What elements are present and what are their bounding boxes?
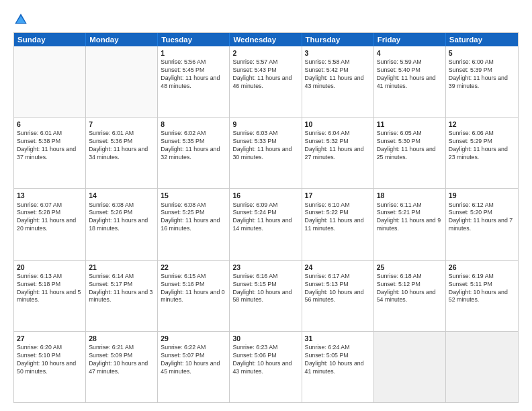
- cell-daylight-info: Sunrise: 6:06 AM Sunset: 5:29 PM Dayligh…: [449, 130, 515, 162]
- calendar-page: SundayMondayTuesdayWednesdayThursdayFrid…: [0, 0, 532, 411]
- weekday-header-wednesday: Wednesday: [230, 33, 302, 46]
- day-number: 9: [232, 120, 298, 129]
- cell-daylight-info: Sunrise: 6:03 AM Sunset: 5:33 PM Dayligh…: [232, 130, 298, 162]
- calendar-cell: 21Sunrise: 6:14 AM Sunset: 5:17 PM Dayli…: [86, 261, 158, 331]
- day-number: 29: [161, 334, 226, 343]
- day-number: 16: [232, 191, 298, 200]
- cell-daylight-info: Sunrise: 6:00 AM Sunset: 5:39 PM Dayligh…: [449, 58, 515, 91]
- calendar-body: 1Sunrise: 5:56 AM Sunset: 5:45 PM Daylig…: [14, 46, 518, 402]
- day-number: 22: [161, 263, 226, 272]
- calendar-cell: 30Sunrise: 6:23 AM Sunset: 5:06 PM Dayli…: [230, 332, 302, 402]
- calendar-cell: 14Sunrise: 6:08 AM Sunset: 5:26 PM Dayli…: [86, 189, 158, 259]
- weekday-header-sunday: Sunday: [14, 33, 86, 46]
- day-number: 23: [232, 263, 298, 272]
- calendar-cell: 6Sunrise: 6:01 AM Sunset: 5:38 PM Daylig…: [14, 118, 86, 188]
- cell-daylight-info: Sunrise: 5:58 AM Sunset: 5:42 PM Dayligh…: [305, 58, 371, 91]
- cell-daylight-info: Sunrise: 6:18 AM Sunset: 5:12 PM Dayligh…: [377, 273, 443, 305]
- calendar-cell: 9Sunrise: 6:03 AM Sunset: 5:33 PM Daylig…: [230, 118, 302, 188]
- day-number: 25: [377, 263, 443, 272]
- calendar-cell: 19Sunrise: 6:12 AM Sunset: 5:20 PM Dayli…: [446, 189, 518, 259]
- calendar-cell: 1Sunrise: 5:56 AM Sunset: 5:45 PM Daylig…: [158, 46, 230, 117]
- cell-daylight-info: Sunrise: 6:01 AM Sunset: 5:38 PM Dayligh…: [17, 130, 83, 162]
- calendar-cell: 3Sunrise: 5:58 AM Sunset: 5:42 PM Daylig…: [302, 46, 374, 117]
- day-number: 13: [17, 191, 83, 200]
- calendar-cell: 23Sunrise: 6:16 AM Sunset: 5:15 PM Dayli…: [230, 261, 302, 331]
- logo: [13, 12, 31, 27]
- day-number: 4: [377, 48, 443, 58]
- logo-icon: [13, 12, 28, 27]
- cell-daylight-info: Sunrise: 5:56 AM Sunset: 5:45 PM Dayligh…: [161, 58, 226, 91]
- cell-daylight-info: Sunrise: 6:01 AM Sunset: 5:36 PM Dayligh…: [89, 130, 154, 162]
- day-number: 7: [89, 120, 154, 129]
- day-number: 14: [89, 191, 154, 200]
- day-number: 8: [161, 120, 226, 129]
- weekday-header-monday: Monday: [86, 33, 158, 46]
- day-number: 24: [305, 263, 371, 272]
- cell-daylight-info: Sunrise: 6:19 AM Sunset: 5:11 PM Dayligh…: [449, 273, 515, 305]
- calendar-cell: [374, 332, 446, 402]
- calendar-cell: 10Sunrise: 6:04 AM Sunset: 5:32 PM Dayli…: [302, 118, 374, 188]
- cell-daylight-info: Sunrise: 6:10 AM Sunset: 5:22 PM Dayligh…: [305, 201, 371, 234]
- cell-daylight-info: Sunrise: 6:14 AM Sunset: 5:17 PM Dayligh…: [89, 273, 154, 305]
- cell-daylight-info: Sunrise: 6:08 AM Sunset: 5:25 PM Dayligh…: [161, 201, 226, 234]
- cell-daylight-info: Sunrise: 6:21 AM Sunset: 5:09 PM Dayligh…: [89, 344, 154, 376]
- day-number: 19: [449, 191, 515, 200]
- weekday-header-thursday: Thursday: [302, 33, 374, 46]
- day-number: 30: [232, 334, 298, 343]
- day-number: 5: [449, 48, 515, 58]
- calendar-cell: 29Sunrise: 6:22 AM Sunset: 5:07 PM Dayli…: [158, 332, 230, 402]
- calendar-cell: 13Sunrise: 6:07 AM Sunset: 5:28 PM Dayli…: [14, 189, 86, 259]
- cell-daylight-info: Sunrise: 6:17 AM Sunset: 5:13 PM Dayligh…: [305, 273, 371, 305]
- calendar-cell: 11Sunrise: 6:05 AM Sunset: 5:30 PM Dayli…: [374, 118, 446, 188]
- day-number: 3: [305, 48, 371, 58]
- calendar-cell: 28Sunrise: 6:21 AM Sunset: 5:09 PM Dayli…: [86, 332, 158, 402]
- calendar-cell: 12Sunrise: 6:06 AM Sunset: 5:29 PM Dayli…: [446, 118, 518, 188]
- cell-daylight-info: Sunrise: 6:13 AM Sunset: 5:18 PM Dayligh…: [17, 273, 83, 305]
- cell-daylight-info: Sunrise: 6:08 AM Sunset: 5:26 PM Dayligh…: [89, 201, 154, 234]
- day-number: 15: [161, 191, 226, 200]
- cell-daylight-info: Sunrise: 6:09 AM Sunset: 5:24 PM Dayligh…: [232, 201, 298, 234]
- calendar-cell: 8Sunrise: 6:02 AM Sunset: 5:35 PM Daylig…: [158, 118, 230, 188]
- calendar-cell: 7Sunrise: 6:01 AM Sunset: 5:36 PM Daylig…: [86, 118, 158, 188]
- calendar-cell: 25Sunrise: 6:18 AM Sunset: 5:12 PM Dayli…: [374, 261, 446, 331]
- calendar-cell: 20Sunrise: 6:13 AM Sunset: 5:18 PM Dayli…: [14, 261, 86, 331]
- weekday-header-tuesday: Tuesday: [158, 33, 230, 46]
- day-number: 2: [232, 48, 298, 58]
- calendar-row-2: 6Sunrise: 6:01 AM Sunset: 5:38 PM Daylig…: [14, 117, 518, 188]
- calendar-cell: 31Sunrise: 6:24 AM Sunset: 5:05 PM Dayli…: [302, 332, 374, 402]
- cell-daylight-info: Sunrise: 6:07 AM Sunset: 5:28 PM Dayligh…: [17, 201, 83, 234]
- day-number: 11: [377, 120, 443, 129]
- day-number: 1: [161, 48, 226, 58]
- calendar-cell: 26Sunrise: 6:19 AM Sunset: 5:11 PM Dayli…: [446, 261, 518, 331]
- calendar-row-1: 1Sunrise: 5:56 AM Sunset: 5:45 PM Daylig…: [14, 46, 518, 117]
- calendar-cell: [86, 46, 158, 117]
- day-number: 10: [305, 120, 371, 129]
- calendar-row-5: 27Sunrise: 6:20 AM Sunset: 5:10 PM Dayli…: [14, 331, 518, 402]
- day-number: 27: [17, 334, 83, 343]
- day-number: 18: [377, 191, 443, 200]
- day-number: 20: [17, 263, 83, 272]
- calendar-cell: 27Sunrise: 6:20 AM Sunset: 5:10 PM Dayli…: [14, 332, 86, 402]
- cell-daylight-info: Sunrise: 6:02 AM Sunset: 5:35 PM Dayligh…: [161, 130, 226, 162]
- cell-daylight-info: Sunrise: 6:05 AM Sunset: 5:30 PM Dayligh…: [377, 130, 443, 162]
- day-number: 26: [449, 263, 515, 272]
- cell-daylight-info: Sunrise: 6:23 AM Sunset: 5:06 PM Dayligh…: [232, 344, 298, 376]
- day-number: 28: [89, 334, 154, 343]
- day-number: 12: [449, 120, 515, 129]
- calendar-cell: [446, 332, 518, 402]
- calendar-cell: 15Sunrise: 6:08 AM Sunset: 5:25 PM Dayli…: [158, 189, 230, 259]
- cell-daylight-info: Sunrise: 6:16 AM Sunset: 5:15 PM Dayligh…: [232, 273, 298, 305]
- cell-daylight-info: Sunrise: 6:04 AM Sunset: 5:32 PM Dayligh…: [305, 130, 371, 162]
- cell-daylight-info: Sunrise: 5:59 AM Sunset: 5:40 PM Dayligh…: [377, 58, 443, 91]
- calendar-cell: 22Sunrise: 6:15 AM Sunset: 5:16 PM Dayli…: [158, 261, 230, 331]
- day-number: 17: [305, 191, 371, 200]
- cell-daylight-info: Sunrise: 6:11 AM Sunset: 5:21 PM Dayligh…: [377, 201, 443, 234]
- calendar-cell: 24Sunrise: 6:17 AM Sunset: 5:13 PM Dayli…: [302, 261, 374, 331]
- calendar-cell: 18Sunrise: 6:11 AM Sunset: 5:21 PM Dayli…: [374, 189, 446, 259]
- calendar-row-4: 20Sunrise: 6:13 AM Sunset: 5:18 PM Dayli…: [14, 260, 518, 331]
- cell-daylight-info: Sunrise: 5:57 AM Sunset: 5:43 PM Dayligh…: [232, 58, 298, 91]
- day-number: 31: [305, 334, 371, 343]
- cell-daylight-info: Sunrise: 6:15 AM Sunset: 5:16 PM Dayligh…: [161, 273, 226, 305]
- calendar-row-3: 13Sunrise: 6:07 AM Sunset: 5:28 PM Dayli…: [14, 188, 518, 259]
- cell-daylight-info: Sunrise: 6:12 AM Sunset: 5:20 PM Dayligh…: [449, 201, 515, 234]
